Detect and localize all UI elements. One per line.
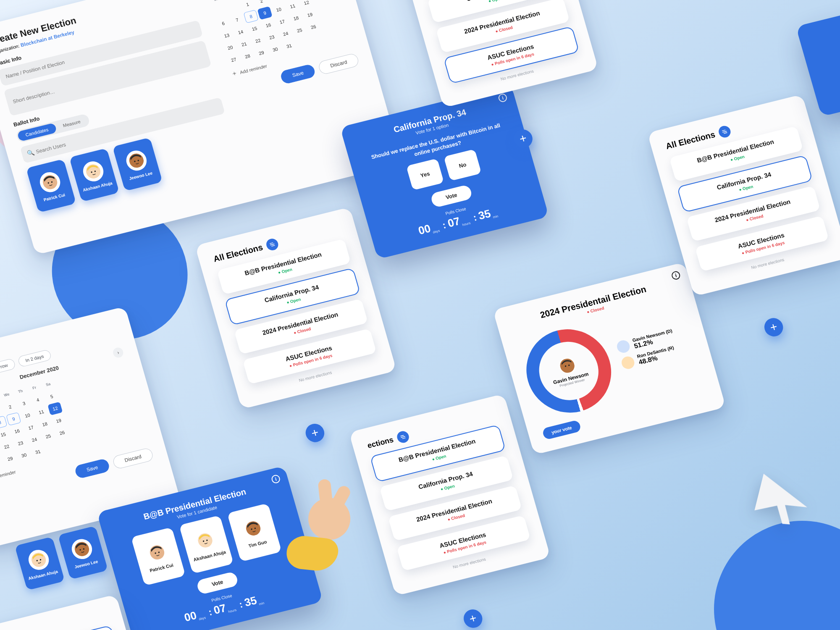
vote-button[interactable]: Vote	[430, 184, 473, 208]
cal-day[interactable]: 15	[0, 428, 11, 441]
candidate-card[interactable]: Jeewoo Lee	[113, 137, 163, 191]
option-no[interactable]: No	[444, 149, 481, 181]
cal-day[interactable]: 6	[215, 17, 231, 30]
cal-day[interactable]: 30	[268, 42, 283, 56]
cal-day[interactable]: 2	[3, 400, 18, 413]
cal-day[interactable]: 18	[289, 11, 304, 25]
add-election-fab[interactable]: +	[762, 316, 785, 339]
cal-day[interactable]: 25	[41, 430, 56, 443]
candidate-card[interactable]: Patrick Cui	[131, 527, 186, 586]
all-elections-panel-bc: ections B@B Presidential Election Open C…	[349, 394, 551, 596]
candidate-card[interactable]: Jeewoo Lee	[58, 526, 108, 580]
all-elections-panel-tr: All Elections B@B Presidential Election …	[396, 0, 598, 108]
calendar-widget: ‹ December 2020 › SuMoTuWeThFrSa12345678…	[205, 0, 360, 96]
cal-day[interactable]: 19	[51, 414, 66, 427]
candidate-card[interactable]: Akshaan Ahuja	[69, 148, 120, 202]
svg-point-34	[558, 357, 576, 374]
cal-day[interactable]: 11	[34, 405, 49, 419]
candidate-card[interactable]: Patrick Cui	[26, 159, 76, 213]
cal-day[interactable]: 14	[233, 25, 248, 39]
cal-day[interactable]: 23	[13, 436, 28, 450]
cal-day[interactable]: 15	[247, 22, 262, 35]
cal-day[interactable]: 26	[55, 426, 70, 439]
cal-day[interactable]: 11	[285, 0, 300, 13]
save-button[interactable]: Save	[279, 63, 316, 84]
cal-day[interactable]: 1	[240, 0, 255, 11]
cal-day[interactable]: 4	[30, 393, 45, 407]
candidate-card[interactable]: Akshaan Ahuja	[15, 537, 65, 591]
cal-day[interactable]: 29	[254, 46, 269, 60]
all-elections-panel: All Elections B@B Presidential Election …	[195, 207, 396, 409]
cal2-next[interactable]: ›	[112, 346, 124, 359]
discard-button[interactable]: Discard	[318, 52, 360, 75]
cal-day[interactable]: 24	[278, 27, 293, 40]
cal-day[interactable]: 25	[292, 24, 307, 37]
cal-day[interactable]: 29	[3, 452, 18, 465]
cal-day[interactable]: 19	[302, 8, 318, 21]
cal-day[interactable]: 20	[223, 41, 238, 54]
cal-day[interactable]: 12	[299, 0, 314, 9]
cal-day[interactable]: 24	[27, 433, 42, 446]
babr-title: B@B Preside	[811, 3, 840, 43]
filter-icon[interactable]	[717, 125, 732, 139]
cal-day[interactable]: 28	[240, 50, 255, 63]
cal-day[interactable]: 21	[236, 37, 252, 51]
filter-icon[interactable]	[396, 430, 410, 444]
save-button-2[interactable]: Save	[74, 458, 111, 479]
cal-day[interactable]: 22	[0, 440, 14, 453]
cal-day[interactable]: 23	[264, 31, 279, 44]
cal-day[interactable]: 17	[23, 421, 38, 434]
cal-day[interactable]: 22	[250, 34, 265, 47]
cal-day[interactable]: 10	[20, 409, 35, 422]
org-label: Organization:	[0, 43, 20, 55]
cal-day[interactable]: 27	[226, 53, 241, 66]
cal-day[interactable]: 16	[9, 424, 24, 438]
cal-day[interactable]: 31	[30, 445, 45, 459]
cal-day[interactable]: 3	[16, 396, 32, 410]
cal-day[interactable]: 30	[16, 449, 32, 462]
cal-day[interactable]: 9	[257, 6, 272, 20]
cal-day[interactable]: 9	[6, 412, 21, 425]
add-election-fab[interactable]: +	[304, 422, 327, 444]
cal-day[interactable]: 8	[243, 10, 258, 23]
cal-day[interactable]: 10	[271, 3, 286, 16]
filter-icon[interactable]	[265, 237, 280, 252]
cal-day[interactable]: 31	[281, 39, 297, 52]
cal-day[interactable]: 12	[47, 402, 63, 415]
candidate-card[interactable]: Akshaan Ahuja	[179, 515, 234, 574]
results-donut-chart: Gavin Newsom Projected Winner	[517, 320, 621, 422]
add-election-fab[interactable]: +	[462, 607, 485, 630]
cal-day[interactable]: 18	[37, 417, 52, 431]
cal-day[interactable]: 26	[306, 20, 321, 34]
cal-day[interactable]: 16	[261, 18, 276, 32]
cal-day[interactable]: 8	[0, 416, 7, 429]
vote-button[interactable]: Vote	[196, 571, 239, 595]
results-panel: i 2024 Presidentail Election ● Closed Ga…	[493, 262, 726, 455]
cal-day[interactable]: 17	[275, 15, 290, 29]
cal-day[interactable]: 5	[44, 390, 59, 403]
option-yes[interactable]: Yes	[406, 158, 444, 190]
candidate-card[interactable]: Tim Guo	[227, 503, 282, 562]
discard-button-2[interactable]: Discard	[112, 447, 154, 470]
cal-day[interactable]: 7	[229, 13, 244, 26]
cal-day[interactable]: 13	[219, 29, 234, 42]
